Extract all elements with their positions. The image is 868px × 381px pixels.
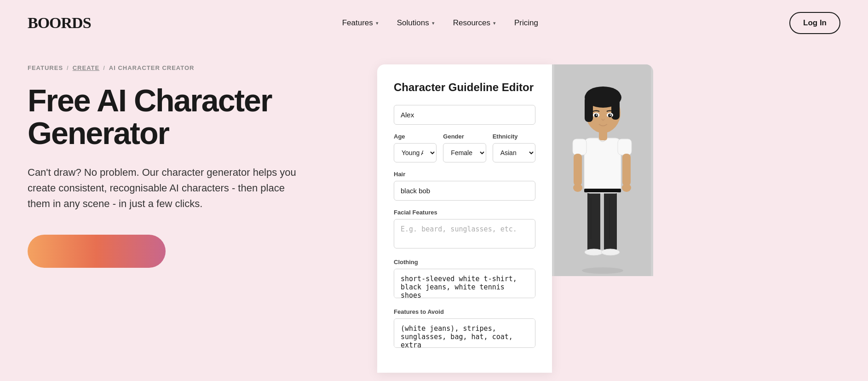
chevron-down-icon: ▾ <box>432 20 435 26</box>
svg-rect-9 <box>573 139 586 155</box>
facial-features-input[interactable] <box>394 219 535 248</box>
editor-panel: Character Guideline Editor Age Young Adu… <box>377 64 552 373</box>
svg-rect-12 <box>622 154 631 186</box>
nav-pricing[interactable]: Pricing <box>514 18 538 28</box>
logo[interactable]: BOORDS <box>28 14 91 32</box>
nav-features[interactable]: Features ▾ <box>342 18 379 28</box>
svg-rect-27 <box>584 189 621 192</box>
svg-point-26 <box>610 115 611 116</box>
hair-input[interactable] <box>394 181 535 201</box>
clothing-label: Clothing <box>394 259 535 266</box>
hero-description: Can't draw? No problem. Our character ge… <box>28 165 304 212</box>
character-name-input[interactable] <box>394 105 535 125</box>
gender-col: Gender Female Male Non-binary <box>443 133 486 162</box>
ethnicity-select[interactable]: Asian Black White Hispanic Middle Easter… <box>493 143 535 162</box>
nav-solutions[interactable]: Solutions ▾ <box>397 18 435 28</box>
nav-resources[interactable]: Resources ▾ <box>453 18 496 28</box>
clothing-input[interactable]: short-sleeved white t-shirt, black jeans… <box>394 269 535 298</box>
age-label: Age <box>394 133 437 140</box>
character-illustration <box>554 64 651 276</box>
svg-rect-8 <box>584 138 621 193</box>
breadcrumb: FEATURES / CREATE / AI CHARACTER CREATOR <box>28 64 350 71</box>
svg-point-7 <box>601 249 620 255</box>
age-select[interactable]: Young Adult Child Teen Adult Middle Aged… <box>394 143 437 162</box>
name-field-group <box>394 105 535 125</box>
svg-rect-10 <box>618 139 632 155</box>
chevron-down-icon: ▾ <box>493 20 496 26</box>
ethnicity-col: Ethnicity Asian Black White Hispanic Mid… <box>493 133 535 162</box>
hero-section: FEATURES / CREATE / AI CHARACTER CREATOR… <box>0 46 868 373</box>
breadcrumb-features: FEATURES <box>28 64 63 71</box>
gender-label: Gender <box>443 133 486 140</box>
facial-features-label: Facial Features <box>394 209 535 216</box>
hero-right: Character Guideline Editor Age Young Adu… <box>377 64 840 373</box>
hair-field-group: Hair <box>394 171 535 201</box>
hero-left: FEATURES / CREATE / AI CHARACTER CREATOR… <box>28 64 350 268</box>
breadcrumb-current: AI CHARACTER CREATOR <box>109 64 195 71</box>
svg-point-14 <box>622 184 631 192</box>
ethnicity-label: Ethnicity <box>493 133 535 140</box>
hero-cta-button[interactable] <box>28 235 166 268</box>
svg-rect-3 <box>604 189 617 253</box>
hero-title: Free AI CharacterGenerator <box>28 84 350 150</box>
clothing-group: Clothing short-sleeved white t-shirt, bl… <box>394 259 535 300</box>
features-to-avoid-group: Features to Avoid (white jeans), stripes… <box>394 308 535 350</box>
age-gender-ethnicity-row: Age Young Adult Child Teen Adult Middle … <box>394 133 535 162</box>
facial-features-group: Facial Features <box>394 209 535 250</box>
svg-point-13 <box>573 184 582 192</box>
chevron-down-icon: ▾ <box>376 20 379 26</box>
gender-select[interactable]: Female Male Non-binary <box>443 143 486 162</box>
breadcrumb-create[interactable]: CREATE <box>73 64 99 71</box>
navigation: BOORDS Features ▾ Solutions ▾ Resources … <box>0 0 868 46</box>
editor-title: Character Guideline Editor <box>394 81 535 94</box>
breadcrumb-sep-1: / <box>67 64 69 71</box>
nav-links: Features ▾ Solutions ▾ Resources ▾ Prici… <box>342 18 538 28</box>
login-button[interactable]: Log In <box>789 12 840 34</box>
svg-point-25 <box>596 115 598 116</box>
svg-rect-11 <box>574 154 582 186</box>
svg-rect-2 <box>587 189 600 253</box>
breadcrumb-sep-2: / <box>103 64 105 71</box>
features-to-avoid-input[interactable]: (white jeans), stripes, sunglasses, bag,… <box>394 318 535 348</box>
svg-point-20 <box>586 87 621 105</box>
hair-label: Hair <box>394 171 535 178</box>
features-to-avoid-label: Features to Avoid <box>394 308 535 315</box>
svg-point-1 <box>582 267 623 274</box>
age-col: Age Young Adult Child Teen Adult Middle … <box>394 133 437 162</box>
character-image-panel <box>552 64 653 276</box>
svg-point-6 <box>585 249 603 255</box>
